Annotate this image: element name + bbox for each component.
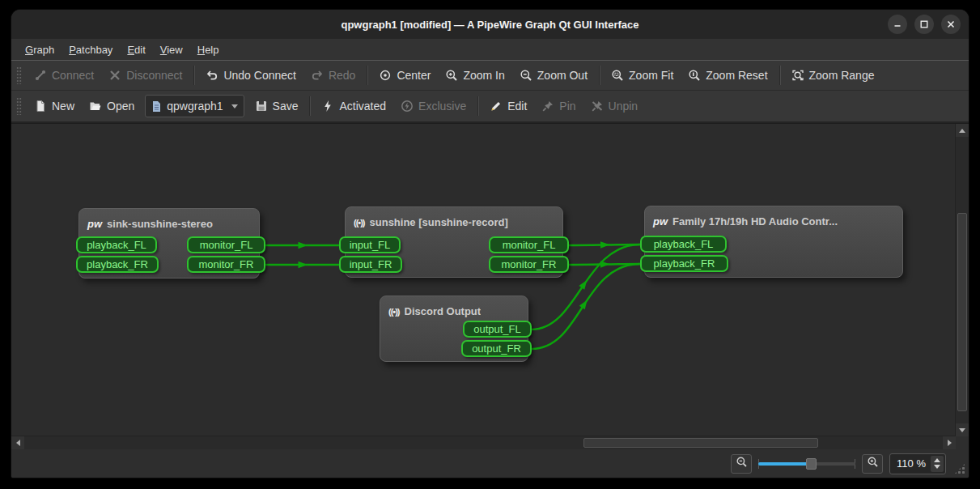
- zoom-out-button[interactable]: Zoom Out: [512, 64, 595, 87]
- save-label: Save: [273, 100, 299, 113]
- unpin-button[interactable]: Unpin: [583, 95, 646, 117]
- zoom-slider-thumb[interactable]: [806, 458, 817, 470]
- zoom-range-icon: [791, 69, 804, 82]
- patchbay-file-icon: [151, 100, 162, 113]
- scroll-down-button[interactable]: [956, 423, 969, 436]
- pipewire-icon: [87, 216, 102, 231]
- open-button[interactable]: Open: [82, 95, 142, 117]
- pipewire-icon: [653, 214, 668, 228]
- wire: [569, 244, 640, 245]
- port-input_fl[interactable]: input_FL: [339, 236, 401, 253]
- pin-button[interactable]: Pin: [534, 95, 583, 117]
- menu-edit[interactable]: Edit: [120, 41, 152, 58]
- zoom-range-label: Zoom Range: [809, 69, 875, 82]
- triangle-down-icon: [959, 428, 965, 432]
- toolbar-separator: [367, 66, 367, 85]
- spin-down-icon: [934, 465, 940, 469]
- connection-wires: [11, 124, 954, 440]
- menu-view[interactable]: View: [153, 41, 190, 58]
- statusbar-zoom-in-button[interactable]: [862, 454, 883, 474]
- undo-connect-button[interactable]: Undo Connect: [198, 64, 303, 87]
- save-button[interactable]: Save: [248, 95, 306, 117]
- port-monitor_fr[interactable]: monitor_FR: [187, 256, 265, 273]
- triangle-up-icon: [959, 129, 965, 133]
- menu-graph[interactable]: Graph: [18, 41, 62, 58]
- redo-icon: [311, 69, 324, 82]
- port-playback_fl[interactable]: playback_FL: [640, 236, 727, 253]
- close-icon: [947, 20, 955, 28]
- redo-button[interactable]: Redo: [303, 64, 363, 87]
- port-monitor_fl[interactable]: monitor_FL: [489, 236, 569, 253]
- maximize-button[interactable]: [914, 15, 934, 34]
- port-monitor_fl[interactable]: monitor_FL: [187, 236, 265, 253]
- port-input_fr[interactable]: input_FR: [339, 256, 402, 273]
- window-controls: [888, 15, 961, 34]
- disconnect-button[interactable]: Disconnect: [101, 64, 189, 87]
- stream-icon: [388, 304, 400, 318]
- zoom-in-button[interactable]: Zoom In: [438, 64, 511, 87]
- wire-arrow-icon: [299, 242, 308, 249]
- port-monitor_fr[interactable]: monitor_FR: [489, 256, 569, 273]
- wire-arrow-icon: [600, 261, 610, 268]
- patchbay-profile-combobox[interactable]: qpwgraph1: [145, 95, 244, 117]
- connect-button[interactable]: Connect: [27, 64, 101, 87]
- toolbar-separator: [599, 66, 600, 85]
- menubar: Graph Patchbay Edit View Help: [11, 39, 969, 61]
- toolbar-separator: [779, 66, 780, 85]
- horizontal-scrollbar-thumb[interactable]: [583, 438, 818, 448]
- center-icon: [379, 69, 392, 82]
- zoom-out-icon: [520, 69, 532, 82]
- stream-icon: [354, 215, 365, 229]
- minimize-button[interactable]: [888, 15, 907, 34]
- zoom-in-icon: [445, 69, 458, 82]
- edit-label: Edit: [507, 100, 527, 113]
- graph-canvas[interactable]: sink-sunshine-stereoplayback_FLplayback_…: [11, 123, 969, 449]
- titlebar[interactable]: qpwgraph1 [modified] — A PipeWire Graph …: [11, 10, 969, 39]
- edit-pencil-icon: [490, 100, 503, 113]
- toolbar-separator: [309, 96, 310, 116]
- toolbar-drag-handle[interactable]: [16, 97, 22, 115]
- statusbar-zoom-out-button[interactable]: [731, 454, 752, 474]
- activated-toggle[interactable]: Activated: [314, 95, 393, 117]
- chevron-down-icon: [231, 104, 238, 108]
- port-playback_fr[interactable]: playback_FR: [76, 256, 159, 273]
- vertical-scrollbar[interactable]: [955, 124, 969, 436]
- port-output_fl[interactable]: output_FL: [463, 321, 532, 338]
- scroll-right-button[interactable]: [943, 436, 956, 449]
- menu-patchbay[interactable]: Patchbay: [62, 41, 120, 58]
- graph-toolbar: Connect Disconnect Undo Connect Redo: [11, 61, 969, 91]
- zoom-slider[interactable]: [758, 456, 855, 472]
- patchbay-toolbar: New Open qpwgraph1 Save Act: [11, 91, 969, 123]
- resize-grip[interactable]: [953, 462, 966, 475]
- zoom-fit-button[interactable]: Zoom Fit: [604, 64, 681, 87]
- zoom-spinbox[interactable]: 110 %: [889, 453, 946, 474]
- menu-help[interactable]: Help: [190, 41, 227, 58]
- wire-arrow-icon: [600, 241, 610, 249]
- scroll-left-button[interactable]: [11, 436, 24, 449]
- port-playback_fl[interactable]: playback_FL: [76, 236, 157, 253]
- exclusive-label: Exclusive: [418, 100, 466, 113]
- edit-toggle[interactable]: Edit: [482, 95, 534, 117]
- zoom-range-button[interactable]: Zoom Range: [784, 64, 882, 87]
- center-button[interactable]: Center: [371, 64, 438, 87]
- horizontal-scrollbar[interactable]: [11, 436, 956, 449]
- zoom-reset-button[interactable]: Zoom Reset: [681, 64, 774, 87]
- center-label: Center: [397, 69, 431, 82]
- disconnect-label: Disconnect: [126, 69, 182, 82]
- close-button[interactable]: [941, 15, 961, 34]
- scroll-up-button[interactable]: [956, 124, 969, 137]
- minimize-icon: [893, 20, 902, 28]
- exclusive-bolt-icon: [401, 100, 414, 113]
- toolbar-drag-handle[interactable]: [16, 66, 22, 84]
- new-button[interactable]: New: [27, 95, 82, 117]
- port-playback_fr[interactable]: playback_FR: [640, 255, 728, 272]
- app-window: qpwgraph1 [modified] — A PipeWire Graph …: [11, 10, 969, 478]
- toolbar-separator: [477, 96, 478, 116]
- port-output_fr[interactable]: output_FR: [461, 340, 532, 357]
- patchbay-profile-value: qpwgraph1: [167, 100, 223, 113]
- new-file-icon: [34, 100, 47, 113]
- vertical-scrollbar-thumb[interactable]: [957, 213, 967, 411]
- exclusive-toggle[interactable]: Exclusive: [393, 95, 473, 117]
- zoom-slider-fill: [758, 462, 808, 466]
- zoom-spin-buttons[interactable]: [931, 456, 944, 472]
